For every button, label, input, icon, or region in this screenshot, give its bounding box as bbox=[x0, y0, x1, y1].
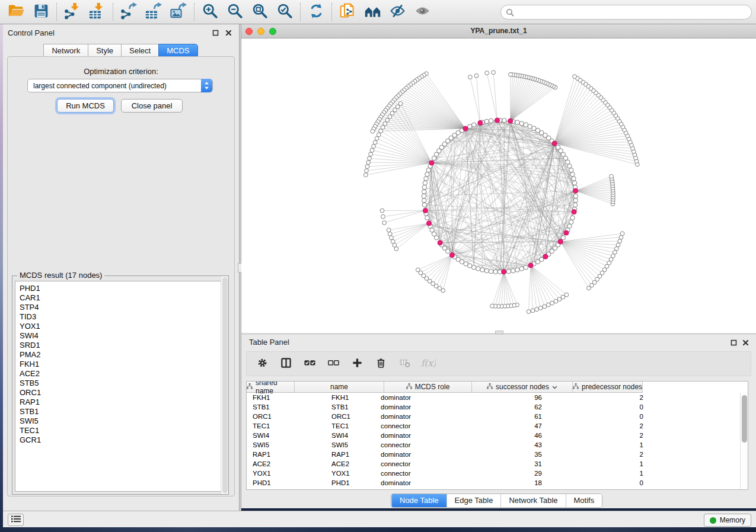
export-image-button[interactable] bbox=[166, 1, 191, 23]
graph-node[interactable] bbox=[377, 133, 381, 137]
graph-node[interactable] bbox=[528, 124, 532, 129]
float-panel-icon[interactable] bbox=[731, 339, 737, 346]
table-row[interactable]: YOX1 YOX1 connector 29 1 bbox=[247, 469, 748, 478]
graph-node-selected[interactable] bbox=[564, 230, 569, 235]
graph-node-selected[interactable] bbox=[508, 118, 513, 123]
open-session-button[interactable] bbox=[4, 1, 28, 23]
graph-node[interactable] bbox=[587, 286, 591, 290]
graph-node[interactable] bbox=[618, 239, 622, 243]
show-all-button[interactable] bbox=[410, 1, 435, 23]
graph-node[interactable] bbox=[368, 156, 372, 161]
graph-node-selected[interactable] bbox=[463, 126, 468, 131]
column-header[interactable]: shared name bbox=[247, 382, 295, 393]
graph-node[interactable] bbox=[372, 145, 376, 149]
graph-node[interactable] bbox=[422, 190, 426, 194]
table-row[interactable]: STB1 STB1 dominator 62 0 bbox=[247, 402, 748, 412]
table-row[interactable]: PHD1 PHD1 dominator 18 0 bbox=[247, 478, 748, 488]
import-network-button[interactable] bbox=[60, 1, 85, 23]
zoom-selected-button[interactable] bbox=[272, 1, 297, 23]
run-mcds-button[interactable]: Run MCDS bbox=[57, 99, 114, 113]
graph-node-selected[interactable] bbox=[552, 141, 557, 146]
mcds-list-scrollbar[interactable] bbox=[221, 276, 228, 494]
graph-node[interactable] bbox=[570, 172, 575, 177]
graph-node[interactable] bbox=[385, 118, 390, 122]
graph-node[interactable] bbox=[573, 203, 577, 207]
graph-node[interactable] bbox=[573, 198, 578, 203]
graph-node[interactable] bbox=[573, 75, 577, 79]
mcds-result-item[interactable]: SWI4 bbox=[15, 331, 225, 341]
graph-node[interactable] bbox=[524, 123, 528, 127]
export-table-button[interactable] bbox=[141, 1, 166, 23]
graph-node[interactable] bbox=[506, 269, 511, 273]
graph-node[interactable] bbox=[569, 220, 573, 224]
mcds-result-item[interactable]: STB5 bbox=[15, 379, 225, 388]
graph-node-selected[interactable] bbox=[573, 188, 578, 193]
mcds-result-item[interactable]: STP4 bbox=[15, 303, 225, 312]
graph-node[interactable] bbox=[373, 140, 377, 145]
splitter-handle[interactable] bbox=[495, 331, 503, 334]
graph-node[interactable] bbox=[422, 185, 426, 189]
graph-node[interactable] bbox=[515, 268, 519, 272]
graph-node-selected[interactable] bbox=[438, 241, 442, 245]
graph-node[interactable] bbox=[474, 73, 479, 78]
table-row[interactable]: ACE2 ACE2 connector 31 1 bbox=[247, 459, 748, 469]
graph-node[interactable] bbox=[480, 268, 484, 272]
mcds-result-item[interactable]: CAR1 bbox=[15, 293, 225, 303]
graph-node[interactable] bbox=[425, 216, 429, 220]
graph-node[interactable] bbox=[610, 174, 614, 178]
import-table-button[interactable] bbox=[85, 1, 110, 23]
graph-node[interactable] bbox=[502, 118, 506, 123]
graph-node[interactable] bbox=[425, 172, 429, 177]
graph-node[interactable] bbox=[468, 75, 473, 79]
mcds-result-item[interactable]: YOX1 bbox=[15, 322, 225, 331]
graph-node[interactable] bbox=[387, 228, 391, 232]
graph-node[interactable] bbox=[561, 236, 565, 240]
graph-node[interactable] bbox=[556, 145, 560, 149]
table-row[interactable]: ORC1 ORC1 dominator 61 0 bbox=[247, 412, 748, 421]
graph-node[interactable] bbox=[394, 247, 398, 251]
table-row[interactable]: SWI5 SWI5 connector 43 1 bbox=[247, 440, 748, 450]
graph-node[interactable] bbox=[535, 307, 539, 312]
zoom-fit-button[interactable] bbox=[247, 1, 272, 23]
graph-node[interactable] bbox=[567, 224, 572, 228]
column-header[interactable]: name bbox=[295, 382, 384, 393]
search-box[interactable] bbox=[500, 5, 752, 20]
table-row[interactable]: TEC1 TEC1 connector 47 2 bbox=[247, 421, 748, 431]
network-window-titlebar[interactable]: YPA_prune.txt_1 bbox=[241, 24, 756, 39]
mcds-result-item[interactable]: ORC1 bbox=[15, 388, 225, 398]
graph-node-selected[interactable] bbox=[543, 254, 548, 259]
graph-node[interactable] bbox=[572, 181, 576, 185]
share-network-button[interactable] bbox=[335, 1, 360, 23]
graph-node-selected[interactable] bbox=[572, 210, 576, 214]
graph-node[interactable] bbox=[509, 72, 513, 76]
graph-node[interactable] bbox=[472, 123, 476, 127]
graph-node[interactable] bbox=[570, 216, 575, 220]
graph-node[interactable] bbox=[524, 265, 528, 270]
export-network-button[interactable] bbox=[116, 1, 141, 23]
graph-node[interactable] bbox=[538, 306, 543, 310]
mcds-result-item[interactable]: TEC1 bbox=[15, 426, 225, 435]
close-panel-button[interactable]: Close panel bbox=[121, 99, 183, 113]
graph-node[interactable] bbox=[492, 70, 496, 75]
graph-node[interactable] bbox=[379, 129, 383, 133]
graph-node-selected[interactable] bbox=[427, 221, 432, 226]
zoom-in-button[interactable] bbox=[197, 1, 222, 23]
graph-node[interactable] bbox=[489, 118, 493, 123]
graph-node[interactable] bbox=[388, 115, 392, 119]
graph-node[interactable] bbox=[620, 232, 624, 236]
close-panel-icon[interactable] bbox=[225, 30, 232, 36]
graph-node[interactable] bbox=[554, 299, 558, 303]
graph-node[interactable] bbox=[485, 71, 489, 75]
graph-node[interactable] bbox=[569, 168, 573, 172]
mcds-result-item[interactable]: SWI5 bbox=[15, 416, 225, 426]
graph-node[interactable] bbox=[531, 309, 535, 313]
graph-node[interactable] bbox=[422, 198, 426, 203]
graph-node[interactable] bbox=[490, 304, 495, 308]
graph-node[interactable] bbox=[472, 265, 476, 270]
graph-node[interactable] bbox=[381, 214, 385, 219]
graph-node[interactable] bbox=[383, 121, 387, 126]
graph-node-selected[interactable] bbox=[449, 253, 454, 258]
graph-node[interactable] bbox=[365, 165, 369, 169]
mcds-result-list[interactable]: PHD1 CAR1 STP4 TID3 YOX1 SWI4 SRD1 PMA2 … bbox=[15, 281, 226, 492]
window-zoom-button[interactable] bbox=[269, 28, 276, 35]
